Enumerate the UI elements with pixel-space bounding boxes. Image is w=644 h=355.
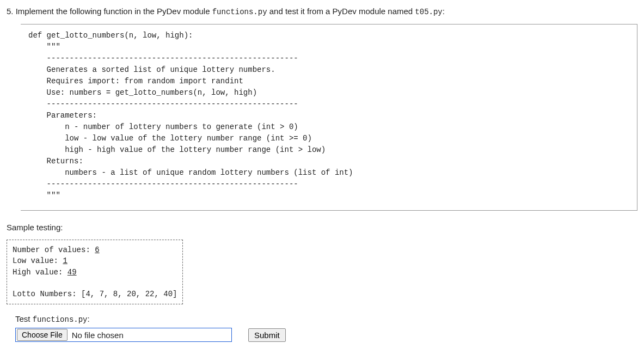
test-file-label: Test functions.py:: [15, 314, 637, 324]
sample-line1-value: 6: [95, 246, 99, 254]
question-prompt: 5. Implement the following function in t…: [7, 7, 637, 16]
sample-output-box: Number of values: 6 Low value: 1 High va…: [7, 240, 183, 304]
submit-button[interactable]: Submit: [248, 328, 286, 342]
code-block: def get_lotto_numbers(n, low, high): """…: [21, 24, 637, 211]
test-label-file: functions.py: [33, 315, 88, 324]
sample-result-label: Lotto Numbers:: [13, 290, 81, 298]
question-text-prefix: Implement the following function in the …: [16, 7, 212, 16]
sample-line1-label: Number of values:: [13, 246, 95, 254]
choose-file-button[interactable]: Choose File: [17, 329, 68, 341]
file-status-text: No file chosen: [69, 330, 124, 340]
sample-result-value: [4, 7, 8, 20, 22, 40]: [81, 290, 177, 298]
question-module1: functions.py: [212, 8, 267, 16]
question-text-middle: and test it from a PyDev module named: [267, 7, 415, 16]
sample-line2-label: Low value:: [13, 256, 63, 265]
test-label-suffix: :: [88, 314, 90, 323]
test-label-prefix: Test: [15, 314, 33, 323]
sample-testing-heading: Sample testing:: [7, 223, 637, 232]
sample-line3-value: 49: [68, 268, 77, 277]
upload-row: Choose File No file chosen Submit: [15, 328, 637, 342]
sample-line3-label: High value:: [13, 268, 68, 277]
sample-line2-value: 1: [63, 256, 67, 265]
file-picker[interactable]: Choose File No file chosen: [15, 328, 232, 342]
question-text-suffix: :: [443, 7, 445, 16]
question-module2: t05.py: [415, 8, 442, 16]
question-number: 5.: [7, 7, 14, 16]
